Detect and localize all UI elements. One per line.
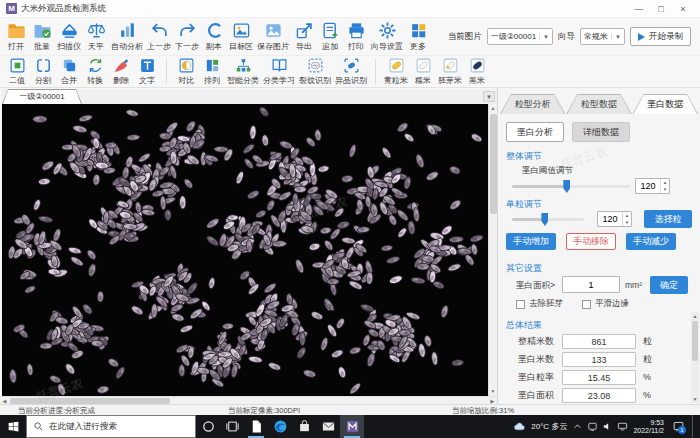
toolbar-button-black-rice[interactable]: 黑米 (464, 56, 490, 87)
taskbar-app-m-button[interactable] (340, 415, 364, 438)
slider-thumb[interactable] (541, 213, 548, 226)
toolbar-button-yellow-rice[interactable]: 黄粒米 (382, 56, 410, 87)
scroll-up-icon[interactable]: ▲ (691, 312, 699, 320)
toolbar-button-export[interactable]: 导出 (291, 20, 317, 53)
network-icon[interactable] (617, 421, 628, 432)
scroll-down-icon[interactable]: ▼ (691, 395, 699, 403)
convert-icon (87, 57, 104, 74)
toolbar-button-save-image[interactable]: 保存图片 (255, 20, 291, 53)
toolbar-button-balance[interactable]: 天平 (83, 20, 109, 53)
toolbar-button-foreign-detect[interactable]: 异品识别 (333, 56, 369, 87)
manual-remove-button[interactable]: 手动移除 (566, 233, 616, 250)
toolbar-button-copy[interactable]: 副本 (201, 20, 227, 53)
spin-up-icon[interactable]: ▲ (623, 212, 631, 219)
image-tab[interactable]: 一级②00001 (2, 89, 82, 104)
wizard-dropdown[interactable]: 常规米 ▼ (580, 28, 625, 45)
toolbar-button-append[interactable]: 追加 (317, 20, 343, 53)
toolbar-button-germ-rice[interactable]: 胚芽米 (436, 56, 464, 87)
chalk-threshold-slider[interactable] (512, 180, 630, 193)
toolbar-button-contrast[interactable]: 对比 (173, 56, 199, 87)
taskbar-edge-button[interactable] (268, 415, 292, 438)
toolbar-button-classify-learn[interactable]: 分类学习 (261, 56, 297, 87)
rice-image-canvas[interactable] (2, 104, 488, 396)
toolbar-button-batch[interactable]: 批量 (29, 20, 55, 53)
manual-add-button[interactable]: 手动增加 (506, 233, 556, 250)
taskbar-cortana-button[interactable] (196, 415, 220, 438)
yellow-rice-icon (388, 57, 405, 74)
vertical-scroll-thumb[interactable] (490, 114, 497, 214)
select-grain-button[interactable]: 选择粒 (644, 210, 692, 228)
checkbox-icon[interactable] (582, 300, 591, 309)
germ-rice-icon (442, 57, 459, 74)
toolbar-button-smart-classify[interactable]: 智能分类 (225, 56, 261, 87)
threshold-spinbox[interactable]: ▲▼ (635, 178, 670, 194)
scroll-up-icon[interactable]: ▲ (489, 104, 497, 113)
toolbar-button-white-rice[interactable]: 糯米 (410, 56, 436, 87)
horizontal-scrollbar[interactable]: ◀ ▶ (0, 396, 497, 404)
toolbar-button-split[interactable]: 分割 (30, 56, 56, 87)
toolbar-button-label: 排列 (204, 75, 220, 86)
tray-clock[interactable]: 9:53 2022/11/2 (633, 419, 664, 435)
toolbar-button-scanner[interactable]: 扫描仪 (55, 20, 83, 53)
section-overall-title: 整体调节 (506, 150, 542, 163)
vertical-scrollbar[interactable]: ▲ ▼ (488, 104, 497, 396)
tablet-icon[interactable] (587, 421, 598, 432)
taskbar-task-view-button[interactable] (220, 415, 244, 438)
smooth-edge-checkbox[interactable]: 平滑边缘 (582, 298, 629, 310)
toolbar-button-print[interactable]: 打印 (343, 20, 369, 53)
panel-tab-grain-data[interactable]: 粒型数据 (566, 94, 631, 114)
close-button[interactable]: × (672, 0, 694, 18)
toolbar-button-binary[interactable]: 二值 (4, 56, 30, 87)
slider-thumb[interactable] (563, 180, 570, 193)
spin-down-icon[interactable]: ▼ (661, 186, 669, 193)
panel-tab-grain-analysis[interactable]: 粒型分析 (500, 94, 565, 114)
toolbar-button-more-grid[interactable]: 更多 (405, 20, 431, 53)
taskbar-search[interactable]: 在此键入进行搜索 (26, 415, 196, 438)
show-desktop-button[interactable] (692, 415, 696, 438)
toolbar-button-arrange[interactable]: 排列 (199, 56, 225, 87)
result-label: 垩白粒率 (502, 370, 554, 385)
current-image-dropdown[interactable]: 一级②00001 ▼ (487, 28, 553, 45)
chevron-up-icon[interactable] (572, 421, 583, 432)
toolbar-button-undo[interactable]: 上一步 (145, 20, 173, 53)
taskbar-store-button[interactable] (292, 415, 316, 438)
tab-list-button[interactable]: ▼ (483, 91, 495, 102)
remove-germ-checkbox[interactable]: 去除胚芽 (516, 298, 563, 310)
manual-decrease-button[interactable]: 手动减少 (626, 233, 676, 250)
confirm-button[interactable]: 确定 (650, 276, 688, 294)
toolbar-button-crack-detect[interactable]: 裂纹识别 (297, 56, 333, 87)
checkbox-icon[interactable] (516, 300, 525, 309)
toolbar-button-delete[interactable]: 删除 (108, 56, 134, 87)
chalk-analysis-button[interactable]: 垩白分析 (506, 122, 564, 142)
toolbar-button-redo[interactable]: 下一步 (173, 20, 201, 53)
spin-up-icon[interactable]: ▲ (661, 179, 669, 186)
toolbar-button-settings-gear[interactable]: 向导设置 (369, 20, 405, 53)
toolbar-button-auto-analysis[interactable]: 自动分析 (109, 20, 145, 53)
toolbar-button-open-folder[interactable]: 打开 (3, 20, 29, 53)
tray-weather[interactable]: 20°C 多云 (531, 421, 567, 432)
speaker-icon[interactable] (602, 421, 613, 432)
toolbar-button-target-area[interactable]: 目标区 (227, 20, 255, 53)
taskbar-file-button[interactable] (244, 415, 268, 438)
threshold-input[interactable] (636, 179, 660, 193)
white-rice-icon (415, 57, 432, 74)
start-record-button[interactable]: 开始录制 (630, 27, 691, 46)
single-spinbox[interactable]: ▲▼ (597, 211, 632, 227)
toolbar-button-merge[interactable]: 合并 (56, 56, 82, 87)
single-input[interactable] (598, 212, 622, 226)
panel-scroll-thumb[interactable] (692, 321, 698, 361)
taskbar-mail-button[interactable] (316, 415, 340, 438)
panel-scrollbar[interactable]: ▲ ▼ (691, 312, 699, 403)
minimize-button[interactable]: — (628, 0, 650, 18)
spin-down-icon[interactable]: ▼ (623, 219, 631, 226)
scroll-down-icon[interactable]: ▼ (489, 387, 497, 396)
detail-data-button[interactable]: 详细数据 (572, 122, 630, 142)
chalk-area-input[interactable] (562, 276, 620, 293)
start-button[interactable] (0, 415, 26, 438)
notification-button[interactable]: 1 (669, 418, 687, 436)
panel-tab-chalk-data[interactable]: 垩白数据 (633, 94, 698, 114)
single-grain-slider[interactable] (512, 213, 584, 226)
maximize-button[interactable]: □ (650, 0, 672, 18)
toolbar-button-convert[interactable]: 转换 (82, 56, 108, 87)
toolbar-button-text[interactable]: 文字 (134, 56, 160, 87)
